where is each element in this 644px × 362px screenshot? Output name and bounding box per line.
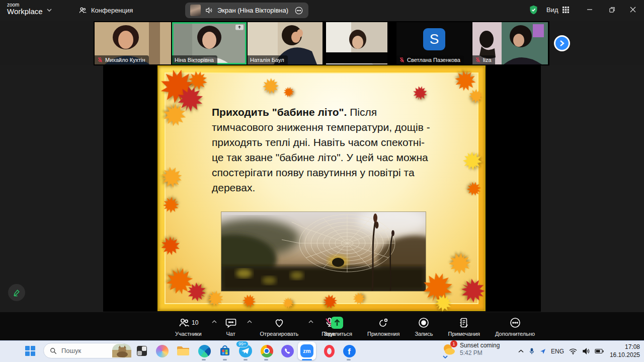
search-icon — [50, 347, 57, 354]
participants-button[interactable]: 10 Участники — [175, 316, 210, 337]
tray-chevron-up-icon[interactable] — [518, 349, 524, 353]
facebook-icon[interactable]: f — [342, 344, 356, 358]
shared-screen-label: Экран (Ніна Вікторівна) — [217, 7, 288, 14]
notes-icon — [458, 316, 470, 329]
spiderweb-photo — [221, 212, 426, 291]
weather-title: Sunset coming — [460, 342, 500, 349]
slide-text-rest: Після тимчасового зниження температури, … — [212, 106, 430, 193]
meeting-title-bar: zoom Workplace Конференция Экран (Ніна В — [0, 0, 644, 21]
participant-tile[interactable]: Михайло Кухтін — [95, 22, 171, 64]
zoom-active-indicator — [302, 359, 312, 360]
tray-date: 16.10.2025 — [610, 351, 640, 359]
close-button[interactable] — [623, 2, 643, 17]
apps-button[interactable]: Приложения — [367, 316, 399, 337]
workspace-chevron-down-icon[interactable] — [46, 8, 52, 12]
microsoft-store-icon[interactable] — [218, 344, 232, 358]
participant-tile[interactable]: S Светлана Пазенкова — [396, 22, 472, 64]
zoom-tile-text: zm — [300, 344, 313, 357]
avatar-initial: S — [423, 28, 445, 50]
shared-screen-pill[interactable]: Экран (Ніна Вікторівна) — [185, 3, 308, 18]
share-label: Поделиться — [321, 331, 352, 337]
edge-icon[interactable] — [197, 344, 211, 358]
participant-nametag: Наталія Баул — [248, 55, 288, 64]
people-icon — [78, 6, 87, 15]
participant-tile-active-speaker[interactable]: Ніна Вікторівна — [172, 22, 247, 64]
participants-count-badge: 10 — [192, 319, 198, 326]
tray-mic-icon[interactable] — [529, 348, 535, 355]
copilot-icon[interactable] — [155, 344, 169, 358]
notes-label: Примечания — [448, 331, 480, 337]
participant-name: Михайло Кухтін — [105, 57, 145, 63]
zoom-workplace-logo: zoom Workplace — [7, 3, 43, 16]
zoom-app-icon[interactable]: zm — [298, 342, 316, 360]
participant-tile[interactable]: Наталія Баул — [248, 22, 323, 64]
avatar-letter: S — [430, 31, 439, 47]
chat-label: Чат — [226, 331, 235, 337]
maximize-button[interactable] — [602, 2, 622, 17]
participants-icon: 10 — [178, 316, 198, 329]
system-tray: ENG — [518, 340, 604, 362]
telegram-icon[interactable]: 99+ — [238, 344, 253, 358]
search-highlight-image[interactable] — [112, 344, 131, 357]
participant-tile[interactable] — [326, 22, 387, 64]
react-button[interactable]: Отреагировать — [260, 316, 307, 337]
participant-tile[interactable]: liza — [472, 22, 548, 64]
tray-location-icon[interactable] — [540, 348, 546, 354]
wifi-icon[interactable] — [569, 348, 577, 354]
viber-icon[interactable] — [280, 344, 294, 358]
muted-mic-icon — [475, 57, 481, 63]
participant-nametag: Ніна Вікторівна — [172, 55, 217, 64]
logo-line2: Workplace — [7, 8, 43, 16]
taskbar-clock[interactable]: 17:08 16.10.2025 — [610, 343, 640, 359]
apps-label: Приложения — [367, 331, 399, 337]
muted-mic-icon — [97, 57, 103, 63]
react-options-chevron[interactable] — [308, 320, 313, 323]
security-shield-icon[interactable] — [528, 5, 539, 15]
tab-conference-label: Конференция — [91, 7, 133, 14]
slide-text-bold: Приходить "бабине літо". — [212, 106, 347, 118]
facebook-running-indicator — [347, 359, 351, 360]
edge-running-indicator — [202, 359, 206, 360]
weather-widget[interactable]: 1 Sunset coming 5:42 PM — [442, 342, 500, 357]
participants-options-chevron[interactable] — [212, 320, 217, 323]
next-participants-page-button[interactable] — [554, 35, 570, 51]
facebook-letter: f — [348, 346, 351, 357]
more-button[interactable]: Дополнительно — [495, 316, 535, 337]
record-button[interactable]: Запись — [415, 316, 433, 337]
participant-name: Светлана Пазенкова — [407, 57, 460, 63]
chat-button[interactable]: Чат — [225, 316, 245, 337]
taskbar-search[interactable] — [43, 343, 130, 358]
record-label: Запись — [415, 331, 433, 337]
pill-more-icon[interactable] — [294, 6, 303, 15]
opera-icon[interactable] — [322, 344, 336, 358]
heart-icon — [273, 316, 285, 329]
speaker-avatar — [190, 5, 201, 16]
start-button[interactable] — [23, 344, 37, 358]
language-indicator[interactable]: ENG — [551, 348, 564, 355]
notes-button[interactable]: Примечания — [448, 316, 480, 337]
annotate-pencil-button[interactable] — [8, 284, 25, 301]
weather-time: 5:42 PM — [460, 349, 500, 357]
minimize-button[interactable] — [580, 2, 600, 17]
slide-paragraph: Приходить "бабине літо". Після тимчасово… — [212, 105, 439, 195]
participants-label: Участники — [175, 331, 202, 337]
zoom-meeting-window: zoom Workplace Конференция Экран (Ніна В — [0, 0, 644, 362]
view-label: Вид — [546, 6, 558, 14]
search-input[interactable] — [60, 346, 109, 355]
participant-nametag: Михайло Кухтін — [95, 55, 149, 64]
volume-icon[interactable] — [582, 348, 590, 354]
tab-conference[interactable]: Конференция — [78, 6, 133, 15]
share-screen-button[interactable]: Поделиться — [321, 316, 352, 337]
more-label: Дополнительно — [495, 331, 535, 337]
file-explorer-icon[interactable] — [176, 344, 190, 358]
meeting-toolbar: Звук Видео — [0, 312, 644, 340]
task-view-icon[interactable] — [135, 344, 149, 358]
view-button[interactable]: Вид — [546, 6, 569, 14]
battery-icon[interactable] — [595, 348, 604, 354]
weather-notification-badge: 1 — [450, 340, 457, 347]
presentation-slide: Приходить "бабине літо". Після тимчасово… — [157, 65, 486, 311]
chrome-icon[interactable] — [260, 344, 274, 358]
tray-time: 17:08 — [610, 343, 640, 351]
share-screen-icon — [331, 316, 344, 329]
chat-options-chevron[interactable] — [247, 320, 252, 323]
